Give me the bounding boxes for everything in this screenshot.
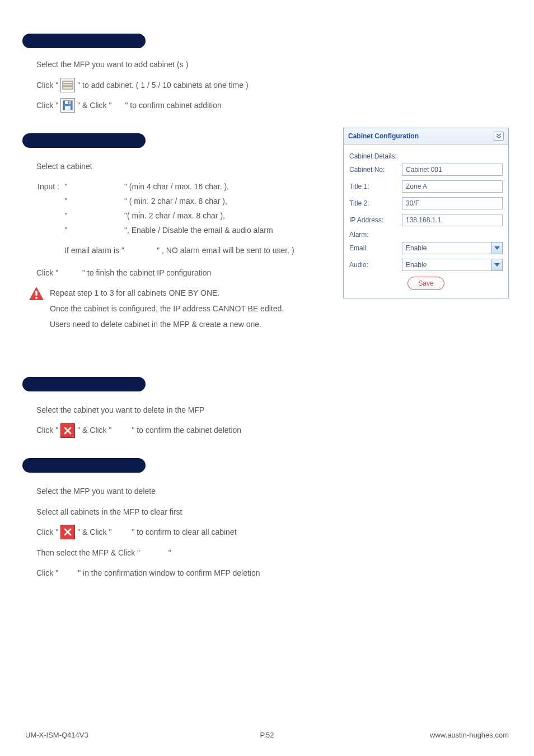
label-email: Email: [349,244,402,252]
section-header-pill [22,377,146,391]
section-header-pill [22,34,146,48]
text-line: Click " " to add cabinet. ( 1 / 5 / 10 c… [36,78,509,93]
text-fragment: " (min 4 char / max. 16 char. ), [124,180,277,194]
text-fragment: "( min. 2 char / max. 8 char ), [124,209,277,223]
label-audio: Audio: [349,261,402,269]
label-title1: Title 1: [349,183,402,190]
warning-text: Repeat step 1 to 3 for all cabinets ONE … [50,285,284,332]
section-header-pill [22,458,146,473]
text-fragment: Click " [36,98,58,113]
select-email[interactable]: Enable [402,242,503,254]
panel-body: Cabinet Details: Cabinet No: Title 1: Ti… [344,144,508,298]
cabinet-config-panel: Cabinet Configuration Cabinet Details: C… [343,128,509,298]
text-fragment: Click " [36,423,58,438]
add-cabinet-icon [60,78,75,92]
svg-point-9 [35,297,38,299]
text-fragment: " ( min. 2 char / max. 8 char ), [124,195,277,208]
panel-title: Cabinet Configuration [348,132,419,140]
quote: " [64,195,72,208]
input-title1[interactable] [402,180,503,193]
section-header-pill [22,133,146,148]
label-cabinet-no: Cabinet No: [349,166,402,174]
text-line: Select the MFP you want to add cabinet (… [36,57,509,72]
label-title2: Title 2: [349,199,402,207]
quote: " [64,209,72,223]
text-line: Select a cabinet [36,159,332,174]
text-fragment: " & Click " [77,525,111,540]
panel-row-cabinet-no: Cabinet No: [349,164,503,176]
text-line: Click " " & Click " " to confirm cabinet… [36,98,509,113]
text-fragment: Click " [36,525,58,540]
text-fragment: Click " [36,78,58,93]
panel-row-title1: Title 1: [349,180,503,193]
svg-rect-6 [65,106,71,110]
text-line: Then select the MFP & Click " " [36,545,509,561]
select-audio-value: Enable [402,259,491,271]
svg-rect-7 [68,101,69,104]
text-line: Click " " in the confirmation window to … [36,566,509,581]
text-fragment: " to confirm cabinet addition [125,98,221,113]
section-add-cabinet: Select the MFP you want to add cabinet (… [25,34,509,113]
text-line: Click " " & Click " " to confirm the cab… [36,423,509,438]
text-fragment: " to confirm to clear all cabinet [132,525,236,540]
text-line: Click " " to finish the cabinet IP confi… [36,265,332,281]
save-button[interactable]: Save [407,277,444,290]
panel-subhead: Cabinet Details: [349,152,503,160]
label-ip: IP Address: [349,216,402,224]
svg-rect-8 [35,291,38,296]
section-delete-mfp: Select the MFP you want to delete Select… [25,458,509,581]
text-fragment: " & Click " [77,98,111,113]
delete-x-icon [60,423,75,438]
select-audio[interactable]: Enable [402,259,503,271]
text-line: If email alarm is " " , NO alarm email w… [64,243,332,258]
delete-x-icon [60,525,75,539]
text-fragment: " to add cabinet. ( 1 / 5 / 10 cabinets … [77,78,248,93]
quote: " [64,224,72,237]
text-line: Users need to delete cabinet in the MFP … [50,316,284,332]
page-footer: UM-X-ISM-Q414V3 P.52 www.austin-hughes.c… [25,731,509,739]
panel-row-title2: Title 2: [349,197,503,209]
panel-row-ip: IP Address: [349,214,503,226]
warning-block: Repeat step 1 to 3 for all cabinets ONE … [29,285,332,332]
collapse-icon[interactable] [494,132,504,141]
panel-row-email: Email: Enable [349,242,503,254]
chevron-down-icon[interactable] [491,242,503,254]
text-fragment: " to confirm the cabinet deletion [132,423,241,438]
input-cabinet-no[interactable] [402,164,503,176]
text-line: Select the cabinet you want to delete in… [36,403,509,418]
label-alarm: Alarm: [349,231,503,239]
panel-header: Cabinet Configuration [344,128,508,144]
input-title2[interactable] [402,197,503,209]
input-spec-table: Input : " " (min 4 char / max. 16 char. … [36,179,278,238]
text-line: Select all cabinets in the MFP to clear … [36,505,509,520]
text-line: Select the MFP you want to delete [36,484,509,499]
section-cabinet-config: Select a cabinet Input : " " (min 4 char… [25,133,509,332]
text-line: Click " " & Click " " to confirm to clea… [36,525,509,540]
footer-right: www.austin-hughes.com [430,731,509,739]
quote: " [64,180,72,194]
input-ip[interactable] [402,214,503,226]
select-email-value: Enable [402,242,491,254]
text-fragment: ", Enable / Disable the email & audio al… [124,224,277,237]
input-prefix: Input : [38,180,63,194]
warning-icon [29,286,44,303]
save-disk-icon [60,98,75,113]
svg-rect-5 [65,101,71,104]
section-delete-cabinet: Select the cabinet you want to delete in… [25,377,509,438]
text-fragment: " & Click " [77,423,111,438]
text-line: Once the cabinet is configured, the IP a… [50,301,284,316]
chevron-down-icon[interactable] [491,259,503,271]
text-line: Repeat step 1 to 3 for all cabinets ONE … [50,285,284,301]
panel-row-audio: Audio: Enable [349,259,503,271]
